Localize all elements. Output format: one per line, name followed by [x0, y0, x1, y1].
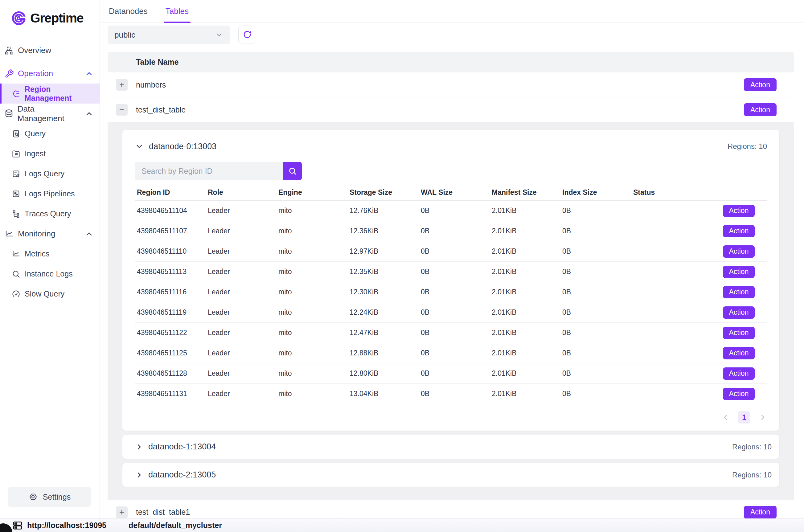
engine-cell: mito	[279, 227, 350, 235]
index-size-cell: 0B	[562, 268, 633, 276]
region-row: 4398046511104 Leader mito 12.76KiB 0B 2.…	[135, 201, 767, 221]
expand-plus-icon[interactable]: +	[116, 507, 128, 518]
region-row: 4398046511122 Leader mito 12.47KiB 0B 2.…	[135, 323, 767, 343]
refresh-button[interactable]	[238, 25, 256, 43]
sidebar-item-label: Query	[25, 129, 45, 138]
datanode-0-header: datanode-0:13003 Regions: 10	[135, 139, 767, 154]
sidebar-item-metrics[interactable]: Metrics	[0, 244, 100, 264]
datanode-1-toggle[interactable]: datanode-1:13004	[135, 442, 216, 452]
region-search-input[interactable]	[135, 162, 283, 180]
chevron-up-icon[interactable]	[85, 69, 93, 78]
chevron-up-icon[interactable]	[85, 230, 93, 238]
sidebar-item-logs-query[interactable]: Logs Query	[0, 164, 100, 184]
region-action-button[interactable]: Action	[723, 327, 755, 339]
sidebar-section-monitoring[interactable]: Monitoring	[0, 224, 100, 244]
manifest-size-cell: 2.01KiB	[492, 390, 562, 398]
settings-button[interactable]: Settings	[8, 487, 91, 507]
table-action-button[interactable]: Action	[744, 506, 777, 519]
corner-widget	[0, 524, 12, 532]
regions-count: Regions: 10	[728, 142, 767, 151]
region-action-button[interactable]: Action	[723, 306, 755, 319]
region-row: 4398046511128 Leader mito 12.80KiB 0B 2.…	[135, 363, 767, 384]
sidebar-item-instance-logs[interactable]: Instance Logs	[0, 264, 100, 284]
role-cell: Leader	[208, 227, 279, 235]
collapse-minus-icon[interactable]: −	[116, 104, 128, 116]
table-name: numbers	[136, 80, 166, 89]
sidebar-item-region-management[interactable]: Region Management	[0, 83, 100, 103]
region-action-button[interactable]: Action	[723, 388, 755, 400]
index-size-cell: 0B	[562, 227, 633, 235]
tab-datanodes[interactable]: Datanodes	[109, 0, 148, 22]
prev-page-button[interactable]	[721, 413, 730, 422]
storage-size-cell: 12.47KiB	[350, 328, 421, 337]
table-action-button[interactable]: Action	[744, 78, 777, 91]
toolbar: public	[108, 25, 794, 44]
chevron-right-icon	[135, 471, 143, 479]
role-cell: Leader	[208, 349, 279, 357]
region-search-button[interactable]	[283, 162, 302, 180]
datanode-2-toggle[interactable]: datanode-2:13005	[135, 470, 216, 480]
server-url[interactable]: http://localhost:19095	[27, 521, 107, 530]
next-page-button[interactable]	[759, 413, 767, 422]
region-action-button[interactable]: Action	[723, 205, 755, 217]
tab-bar: Datanodes Tables	[100, 0, 804, 23]
role-cell: Leader	[208, 288, 279, 296]
sidebar-item-overview[interactable]: Overview	[0, 40, 100, 60]
refresh-icon	[243, 30, 252, 39]
sidebar-nav: Overview Operation Region Management	[0, 40, 100, 487]
wal-size-cell: 0B	[421, 308, 492, 317]
index-size-cell: 0B	[562, 390, 633, 398]
region-row: 4398046511125 Leader mito 12.88KiB 0B 2.…	[135, 343, 767, 363]
storage-size-cell: 12.88KiB	[350, 349, 421, 357]
tab-tables[interactable]: Tables	[166, 0, 189, 22]
page-number-1[interactable]: 1	[738, 411, 750, 423]
region-id-cell: 4398046511131	[135, 390, 208, 398]
datanode-0-toggle[interactable]: datanode-0:13003	[135, 142, 216, 151]
sidebar-item-slow-query[interactable]: Slow Query	[0, 284, 100, 304]
sidebar-item-query[interactable]: Query	[0, 124, 100, 144]
chart-line-icon	[4, 229, 14, 239]
region-action-button[interactable]: Action	[723, 286, 755, 298]
gauge-icon	[11, 290, 21, 298]
sidebar-section-operation[interactable]: Operation	[0, 63, 100, 83]
index-size-cell: 0B	[562, 369, 633, 378]
sidebar-item-label: Instance Logs	[25, 269, 73, 278]
region-action-button[interactable]: Action	[723, 245, 755, 258]
cluster-name[interactable]: default/default_mycluster	[129, 521, 222, 530]
region-action-button[interactable]: Action	[723, 367, 755, 380]
column-header-role: Role	[208, 188, 279, 197]
regions-count: Regions: 10	[732, 471, 772, 479]
sidebar-item-logs-pipelines[interactable]: Logs Pipelines	[0, 184, 100, 204]
index-size-cell: 0B	[562, 308, 633, 317]
index-size-cell: 0B	[562, 207, 633, 215]
table-name: test_dist_table	[136, 106, 186, 114]
tables-list-header: Table Name	[108, 52, 794, 72]
datanode-0-card: datanode-0:13003 Regions: 10	[122, 130, 779, 431]
region-action-button[interactable]: Action	[723, 347, 755, 359]
role-cell: Leader	[208, 207, 279, 215]
storage-size-cell: 13.04KiB	[350, 390, 421, 398]
wal-size-cell: 0B	[421, 268, 492, 276]
storage-size-cell: 12.36KiB	[350, 227, 421, 235]
sidebar-item-label: Data Management	[18, 104, 81, 123]
chevron-up-icon[interactable]	[85, 110, 93, 118]
chevron-down-icon	[215, 31, 223, 39]
region-action-button[interactable]: Action	[723, 266, 755, 278]
sitemap-icon	[4, 46, 14, 55]
gear-icon	[28, 492, 38, 502]
sidebar-item-ingest[interactable]: Ingest	[0, 144, 100, 164]
sidebar-item-traces-query[interactable]: Traces Query	[0, 204, 100, 224]
manifest-size-cell: 2.01KiB	[492, 247, 562, 255]
sidebar-section-data-management[interactable]: Data Management	[0, 103, 100, 124]
datanode-name: datanode-0:13003	[149, 142, 216, 151]
sidebar-item-label: Monitoring	[18, 229, 55, 239]
region-action-button[interactable]: Action	[723, 225, 755, 238]
engine-cell: mito	[279, 207, 350, 215]
expand-plus-icon[interactable]: +	[116, 79, 128, 91]
region-row: 4398046511119 Leader mito 12.24KiB 0B 2.…	[135, 302, 767, 323]
database-select[interactable]: public	[108, 25, 230, 44]
database-icon	[4, 109, 14, 118]
table-action-button[interactable]: Action	[744, 103, 777, 116]
document-edit-icon	[11, 170, 21, 178]
column-header-status: Status	[633, 188, 704, 197]
